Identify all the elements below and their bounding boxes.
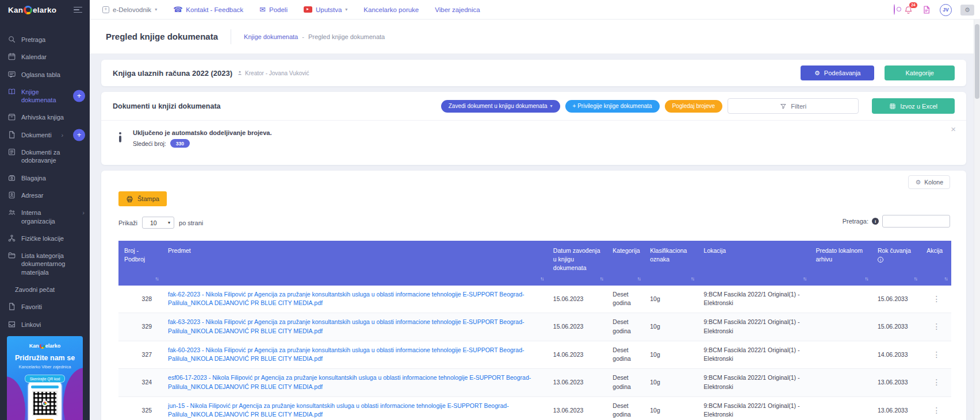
nav-item-uputstva[interactable]: Uputstva ▾	[304, 6, 347, 13]
column-header-lokacija[interactable]: Lokacija↑↓	[698, 241, 810, 286]
sidebar-item-linkovi[interactable]: Linkovi	[0, 316, 90, 333]
chevron-down-icon: ▾	[345, 7, 347, 12]
sort-icon: ↑↓	[691, 275, 694, 282]
sidebar-item-kalendar[interactable]: Kalendar	[0, 48, 90, 65]
settings-book-button[interactable]: ⚙ Podešavanja	[801, 65, 874, 80]
qr-code	[32, 391, 58, 416]
document-link[interactable]: esf06-17-2023 - Nikola Filipović pr Agen…	[168, 374, 531, 390]
document-link[interactable]: fak-60-2023 - Nikola Filipović pr Agenci…	[168, 346, 524, 363]
banner-logo: Kan elarko	[7, 343, 83, 349]
checklist-icon	[7, 148, 16, 156]
cell-datum: 13.06.2023	[548, 369, 607, 397]
sidebar-item-knjige-dokumenata[interactable]: Knjige dokumenata +	[0, 83, 90, 109]
row-actions-menu[interactable]: ⋮	[921, 396, 951, 420]
table-card: ⚙ Kolone Štampa Prikaži 10 ▾ po strani P…	[101, 171, 966, 420]
row-actions-menu[interactable]: ⋮	[921, 313, 951, 341]
divider	[231, 29, 231, 44]
nav-item-e-delovodnik[interactable]: + e-Delovodnik ▾	[102, 6, 157, 13]
column-header-kategorija[interactable]: Kategorija↑↓	[607, 241, 644, 286]
scrollbar-thumb[interactable]	[975, 24, 979, 99]
book-privileges-button[interactable]: + Privilegije knjige dokumenata	[565, 100, 660, 113]
table-header-row: Broj - Podbroj↑↓ Predmet↑↓ Datum zavođen…	[118, 241, 951, 286]
people-icon	[7, 208, 16, 217]
sidebar-item-fizicke-lokacije[interactable]: Fizičke lokacije	[0, 230, 90, 247]
sidebar-item-zavodni-pecat[interactable]: Zavodni pečat	[0, 281, 90, 298]
column-header-akcija[interactable]: Akcija↑↓	[921, 241, 951, 286]
column-header-predato[interactable]: Predato lokalnom arhivu↑↓	[810, 241, 872, 286]
columns-button[interactable]: ⚙ Kolone	[908, 175, 950, 189]
cell-rok: 15.06.2033	[872, 286, 921, 313]
community-button[interactable]	[894, 5, 895, 15]
sort-icon: ↑↓	[803, 275, 806, 282]
phone-screen-bar	[31, 386, 59, 388]
sidebar-item-arhivska-knjiga[interactable]: Arhivska knjiga	[0, 109, 90, 126]
row-actions-menu[interactable]: ⋮	[921, 341, 951, 369]
view-numbers-button[interactable]: Pogledaj brojeve	[665, 100, 723, 113]
nav-item-kontakt-feedback[interactable]: ☎ Kontakt - Feedback	[173, 6, 243, 13]
sidebar-menu: Pretraga Kalendar Oglasna tabla Knjige d…	[0, 20, 90, 333]
sort-icon: ↑↓	[944, 275, 948, 282]
search-input[interactable]	[882, 215, 950, 228]
document-link[interactable]: jun-15 - Nikola Filipović pr Agencija za…	[168, 402, 509, 418]
user-avatar[interactable]: JV	[940, 4, 952, 16]
sidebar-item-label: Linkovi	[21, 321, 41, 329]
sidebar-item-adresar[interactable]: Adresar	[0, 187, 90, 204]
categories-button[interactable]: Kategorije	[885, 65, 955, 80]
cell-lokacija: 9:BCM Fascikla 2022/1 Original(1) - Elek…	[698, 341, 810, 369]
info-icon[interactable]: i	[878, 257, 883, 263]
page-scrollbar[interactable]	[974, 20, 980, 420]
add-book-button[interactable]: +	[73, 90, 85, 102]
column-header-rok[interactable]: Rok čuvanjai↑↓	[872, 241, 921, 286]
menu-toggle-icon[interactable]	[74, 7, 83, 13]
table-row: 325 jun-15 - Nikola Filipović pr Agencij…	[118, 396, 951, 420]
viber-banner[interactable]: Kan elarko Pridružite nam se Kancelarko …	[7, 336, 83, 420]
row-actions-menu[interactable]: ⋮	[921, 286, 951, 313]
page-size-select[interactable]: 10 ▾	[142, 217, 174, 229]
column-header-oznaka[interactable]: Klasifikaciona oznaka↑↓	[644, 241, 698, 286]
sidebar-item-oglasna-tabla[interactable]: Oglasna tabla	[0, 66, 90, 83]
cell-rok: 13.06.2033	[872, 369, 921, 397]
nav-item-podeli[interactable]: ✉ Podeli	[259, 6, 288, 13]
document-link[interactable]: fak-63-2023 - Nikola Filipović pr Agenci…	[168, 318, 524, 334]
cell-kategorija: Deset godina	[607, 369, 644, 397]
row-actions-menu[interactable]: ⋮	[921, 369, 951, 397]
sidebar-item-blagajna[interactable]: Blagajna	[0, 169, 90, 187]
sidebar-item-dokumenti[interactable]: Dokumenti › +	[0, 126, 90, 144]
export-excel-button[interactable]: Izvoz u Excel	[872, 98, 955, 114]
cell-oznaka: 10g	[644, 286, 698, 313]
filters-button[interactable]: Filteri	[728, 98, 859, 114]
notifications-button[interactable]: 24	[904, 5, 913, 15]
register-document-button[interactable]: Zavedi dokument u knjigu dokumenata ▾	[441, 100, 560, 113]
logo-ring-icon	[24, 6, 32, 14]
cell-broj: 325	[118, 396, 162, 420]
document-requests-button[interactable]	[922, 5, 931, 14]
youtube-icon	[304, 6, 312, 13]
next-number-label: Sledeći broj:	[133, 140, 166, 147]
nav-item-viber-zajednica[interactable]: Viber zajednica	[435, 6, 480, 13]
document-link[interactable]: fak-62-2023 - Nikola Filipović pr Agenci…	[168, 291, 524, 307]
column-header-datum[interactable]: Datum zavođenja u knjigu dokumenata↑↓	[548, 241, 607, 286]
info-icon[interactable]: i	[872, 218, 879, 225]
column-header-broj[interactable]: Broj - Podbroj↑↓	[118, 241, 162, 286]
cell-rok: 13.06.2033	[872, 396, 921, 420]
settings-button[interactable]: ⚙	[960, 5, 974, 16]
sidebar-item-dokumenti-za-odobravanje[interactable]: Dokumenti za odobravanje	[0, 144, 90, 169]
page-header: Pregled knjige dokumenata Knjige dokumen…	[90, 20, 980, 54]
close-icon[interactable]: ×	[951, 124, 956, 134]
sidebar-item-favoriti[interactable]: Favoriti	[0, 298, 90, 315]
breadcrumb: Knjige dokumenata - Pregled knjige dokum…	[244, 33, 385, 40]
sidebar-item-lista-kategorija[interactable]: Lista kategorija dokumentarnog materijal…	[0, 247, 90, 281]
breadcrumb-separator: -	[302, 33, 304, 40]
cell-predato	[810, 396, 872, 420]
sidebar-item-pretraga[interactable]: Pretraga	[0, 31, 90, 48]
print-button[interactable]: Štampa	[118, 191, 167, 206]
add-document-button[interactable]: +	[73, 129, 85, 141]
cell-kategorija: Deset godina	[607, 396, 644, 420]
column-header-predmet[interactable]: Predmet↑↓	[162, 241, 548, 286]
nav-item-kancelarko-poruke[interactable]: Kancelarko poruke	[363, 6, 419, 13]
sidebar-header: Kan elarko	[0, 0, 90, 20]
cell-lokacija: 9:BCM Fascikla 2022/1 Original(1) - Elek…	[698, 396, 810, 420]
sidebar-item-interna-organizacija[interactable]: Interna organizacija ›	[0, 204, 90, 230]
breadcrumb-link[interactable]: Knjige dokumenata	[244, 33, 298, 40]
table-row: 327 fak-60-2023 - Nikola Filipović pr Ag…	[118, 341, 951, 369]
